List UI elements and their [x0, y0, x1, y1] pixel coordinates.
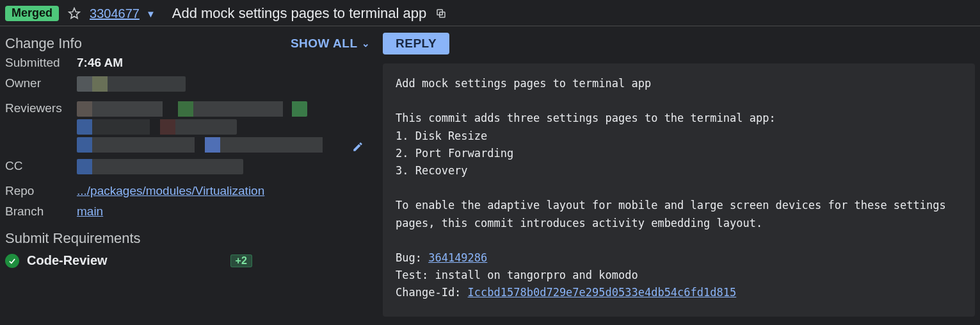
owner-label: Owner: [5, 76, 77, 90]
submitted-label: Submitted: [5, 56, 77, 70]
commit-item: 3. Recovery: [396, 164, 468, 177]
commit-item: 2. Port Forwarding: [396, 147, 513, 160]
reply-button[interactable]: REPLY: [383, 33, 449, 54]
check-icon: [5, 254, 19, 268]
submitted-value: 7:46 AM: [77, 56, 370, 70]
redacted-cc: [77, 159, 243, 174]
redacted-reviewer: [77, 101, 307, 117]
svg-marker-0: [69, 8, 80, 19]
branch-label: Branch: [5, 204, 77, 219]
score-badge[interactable]: +2: [230, 254, 252, 267]
redacted-avatar: [77, 76, 186, 92]
cc-value[interactable]: [77, 159, 370, 178]
submit-requirements-title: Submit Requirements: [5, 230, 370, 247]
right-panel: REPLY Add mock settings pages to termina…: [383, 33, 975, 317]
copy-icon[interactable]: [435, 8, 447, 19]
bug-label: Bug:: [396, 251, 428, 264]
changeid-link[interactable]: Iccbd1578b0d729e7e295d0533e4db54c6fd1d81…: [468, 286, 737, 299]
status-badge: Merged: [5, 6, 59, 21]
owner-value[interactable]: [77, 76, 370, 95]
changeid-label: Change-Id:: [396, 286, 468, 299]
change-number-link[interactable]: 3304677: [90, 6, 140, 21]
change-info-title: Change Info: [5, 35, 82, 52]
star-icon[interactable]: [68, 7, 81, 20]
repo-label: Repo: [5, 184, 77, 198]
change-title: Add mock settings pages to terminal app: [172, 5, 426, 22]
commit-title: Add mock settings pages to terminal app: [396, 77, 651, 90]
chevron-down-icon: ⌄: [362, 38, 371, 49]
requirement-row: Code-Review +2: [5, 253, 370, 268]
requirement-label: Code-Review: [27, 253, 108, 268]
repo-link[interactable]: .../packages/modules/Virtualization: [77, 184, 264, 197]
chevron-down-icon[interactable]: ▼: [146, 8, 156, 19]
reviewers-value[interactable]: [77, 101, 370, 153]
redacted-reviewer: [77, 119, 237, 135]
test-line: Test: install on tangorpro and komodo: [396, 269, 638, 281]
cc-label: CC: [5, 159, 77, 173]
branch-link[interactable]: main: [77, 204, 103, 218]
show-all-button[interactable]: SHOW ALL ⌄: [291, 37, 370, 51]
reviewers-label: Reviewers: [5, 101, 77, 115]
redacted-reviewer: [77, 137, 333, 153]
commit-message[interactable]: Add mock settings pages to terminal app …: [383, 63, 975, 317]
change-info-panel: Change Info SHOW ALL ⌄ Submitted 7:46 AM…: [5, 33, 370, 317]
commit-intro: This commit adds three settings pages to…: [396, 112, 776, 124]
commit-para: To enable the adaptive layout for mobile…: [396, 199, 952, 229]
bug-link[interactable]: 364149286: [428, 251, 487, 264]
edit-icon[interactable]: [352, 141, 364, 153]
show-all-label: SHOW ALL: [291, 37, 358, 51]
commit-item: 1. Disk Resize: [396, 129, 487, 142]
change-header: Merged 3304677 ▼ Add mock settings pages…: [0, 0, 980, 26]
